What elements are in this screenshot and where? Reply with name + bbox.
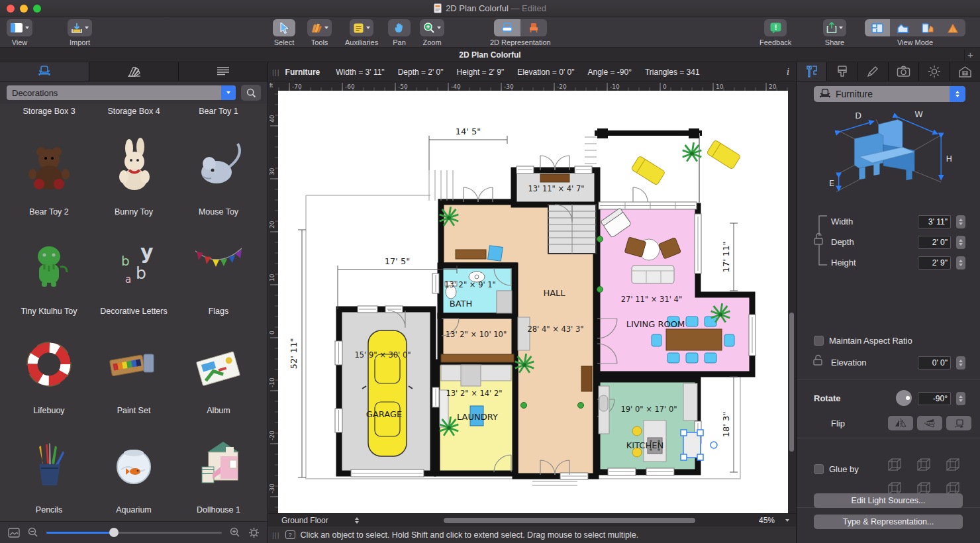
library-item[interactable]: Dollhouse 1 <box>176 434 261 515</box>
view-mode-2d-plan-button[interactable] <box>865 19 890 36</box>
vertical-scrollbar-thumb[interactable] <box>789 313 794 452</box>
house-3d-icon <box>947 23 959 33</box>
info-icon[interactable]: i <box>787 67 789 77</box>
rotate-dial[interactable] <box>896 390 912 406</box>
car[interactable] <box>362 330 413 456</box>
rotation-handle[interactable] <box>710 442 717 448</box>
window-title-edited: — Edited <box>509 3 546 13</box>
inspector-tab-light[interactable] <box>919 62 950 81</box>
laundry-name: LAUNDRY <box>457 412 498 422</box>
gear-icon[interactable] <box>248 527 260 538</box>
library-item[interactable]: ybbaDecorative Letters <box>91 235 176 316</box>
slider-thumb[interactable] <box>109 528 119 537</box>
type-representation-button[interactable]: Type & Representation... <box>814 515 963 529</box>
inspector-tab-edit[interactable] <box>858 62 889 81</box>
floor-selector[interactable]: Ground Floor <box>281 516 359 525</box>
library-item[interactable]: Pencils <box>7 434 91 515</box>
library-item[interactable]: Mouse Toy <box>176 136 261 217</box>
elevation-stepper[interactable] <box>956 356 965 370</box>
import-button-label: Import <box>70 38 90 46</box>
inspector-tab-dimensions[interactable] <box>797 62 827 81</box>
pan-tool-button[interactable]: Pan <box>388 19 411 46</box>
library-item[interactable]: Paint Set <box>91 334 176 415</box>
inspector-tab-camera[interactable] <box>889 62 919 81</box>
library-search-button[interactable] <box>241 85 261 101</box>
reset-rotation-button[interactable] <box>946 416 971 430</box>
selected-object-type: Furniture <box>285 68 320 77</box>
letters-thumbnail: ybba <box>104 235 164 295</box>
zoom-tool-button[interactable]: Zoom <box>420 19 444 46</box>
library-item[interactable]: Lifebuoy <box>7 334 91 415</box>
object-type-dropdown[interactable]: Furniture <box>814 86 965 102</box>
flip-horizontal-button[interactable] <box>888 416 913 430</box>
glue-side-cube-icon[interactable] <box>944 456 961 473</box>
pan-tool-label: Pan <box>393 38 406 46</box>
library-tab-list[interactable] <box>179 62 268 81</box>
thumbnail-view-icon[interactable] <box>8 528 20 538</box>
view-mode-group: View Mode <box>865 19 965 46</box>
library-item[interactable]: Flags <box>176 235 261 316</box>
representation-2d-button[interactable] <box>494 19 520 36</box>
representation-3d-button[interactable] <box>520 19 547 36</box>
dimensions-diagram: D W H E <box>823 106 956 205</box>
library-item[interactable]: Album <box>176 334 261 415</box>
vestibule-bench[interactable] <box>540 174 569 182</box>
chair-3d-icon <box>528 22 540 34</box>
floor-plan-viewport[interactable]: 14' 5" 17' 5" 52' 11" 17' 11" 18' 3" 15'… <box>278 91 796 513</box>
mouse-thumbnail <box>189 136 248 195</box>
view-mode-split-button[interactable] <box>915 19 940 36</box>
library-item[interactable]: Bear Toy 2 <box>7 136 91 217</box>
select-tool-button[interactable]: Select <box>273 19 295 46</box>
horizontal-scrollbar-thumb[interactable] <box>444 518 695 523</box>
vertical-scrollbar[interactable] <box>788 91 796 513</box>
rotate-stepper[interactable] <box>956 392 965 405</box>
drawing-canvas-area: ||| Furniture Width = 3' 11"Depth = 2' 0… <box>268 62 796 543</box>
thumbnail-size-slider[interactable] <box>46 532 222 534</box>
zoom-level[interactable]: 45% <box>759 516 775 525</box>
selected-furniture[interactable] <box>681 430 717 460</box>
edit-light-sources-button[interactable]: Edit Light Sources... <box>814 493 963 508</box>
hall-cabinet[interactable] <box>518 317 530 350</box>
height-stepper[interactable] <box>956 256 965 270</box>
width-field[interactable]: 3' 11" <box>918 215 951 228</box>
height-field[interactable]: 2' 9" <box>918 256 951 270</box>
depth-stepper[interactable] <box>956 236 965 249</box>
flip-vertical-button[interactable] <box>917 416 942 430</box>
zoom-out-icon[interactable] <box>28 527 38 538</box>
hall-dims: 28' 4" × 43' 3" <box>527 324 583 334</box>
entry-steps-left <box>429 170 453 201</box>
feedback-button[interactable]: ! Feedback <box>760 19 791 46</box>
library-item[interactable]: Bunny Toy <box>91 136 176 217</box>
kitchen-dims: 19' 0" × 17' 0" <box>620 405 677 414</box>
add-tab-button[interactable]: + <box>964 49 976 61</box>
auxiliaries-button[interactable]: Auxiliaries <box>345 19 378 46</box>
tools-button[interactable]: Tools <box>307 19 332 46</box>
view-button[interactable]: View <box>7 19 32 46</box>
inspector-tab-materials[interactable] <box>827 62 858 81</box>
info-bar-grip[interactable]: ||| <box>272 68 280 76</box>
library-item[interactable]: Aquarium <box>91 434 176 515</box>
share-button[interactable]: Share <box>823 19 846 46</box>
width-stepper[interactable] <box>956 215 965 228</box>
view-mode-3d-button[interactable] <box>940 19 965 36</box>
import-button[interactable]: Import <box>68 19 92 46</box>
elevation-field[interactable]: 0' 0" <box>918 356 951 370</box>
inspector-tab-building[interactable] <box>950 62 980 81</box>
view-mode-elevation-button[interactable] <box>890 19 915 36</box>
depth-field[interactable]: 2' 0" <box>918 236 951 249</box>
glue-side-cube-icon[interactable] <box>915 456 932 473</box>
rotate-angle-field[interactable]: -90° <box>918 392 951 405</box>
glue-by-checkbox[interactable] <box>814 464 824 474</box>
glue-side-cube-icon[interactable] <box>886 456 903 473</box>
zoom-in-icon[interactable] <box>230 527 240 538</box>
svg-text:-60: -60 <box>345 83 355 90</box>
library-tab-furniture[interactable] <box>0 62 89 81</box>
category-dropdown[interactable]: Decorations <box>7 85 236 100</box>
zoom-level-chevron-icon[interactable] <box>785 519 789 522</box>
document-tab[interactable]: 2D Plan Colorful <box>459 50 520 60</box>
closet-shelf[interactable] <box>441 354 514 362</box>
status-bar-grip[interactable]: ||| <box>272 531 280 539</box>
library-tab-materials[interactable] <box>89 62 179 81</box>
library-item[interactable]: Tiny Ktulhu Toy <box>7 235 91 316</box>
hall-console[interactable] <box>581 366 592 391</box>
